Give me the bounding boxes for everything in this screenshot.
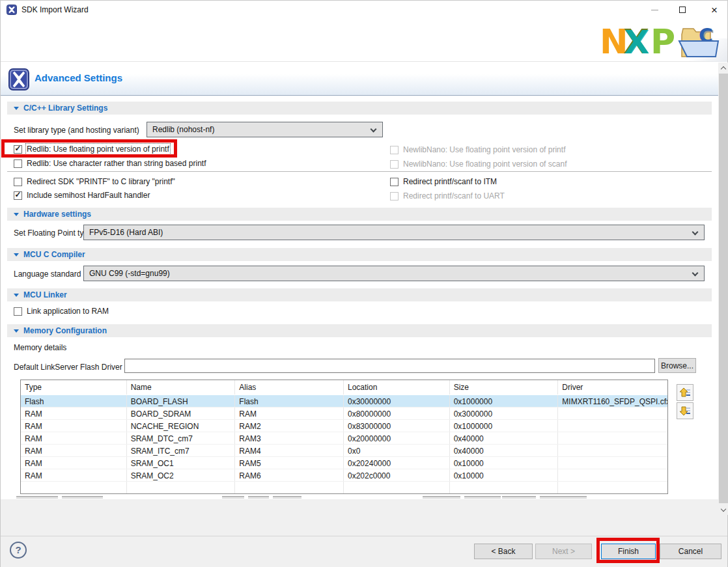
section-header-compiler[interactable]: MCU C Compiler: [7, 248, 712, 261]
mcuxpresso-wizard-icon: [8, 68, 29, 90]
clipped-button[interactable]: [273, 496, 301, 499]
collapse-triangle-icon: [14, 329, 19, 333]
table-row[interactable]: RAM SRAM_OC1 RAM5 0x20240000 0x10000: [21, 456, 667, 469]
checkbox-semihost-hardfault[interactable]: ✓ Include semihost HardFault handler: [14, 191, 150, 200]
c-project-folder-icon: C C: [678, 24, 721, 61]
checkbox-newlibnano-printf: NewlibNano: Use floating point version o…: [390, 145, 565, 154]
collapse-triangle-icon: [14, 213, 19, 216]
checkbox-indicator: [14, 178, 22, 186]
scroll-down-button[interactable]: [718, 505, 728, 515]
clipped-button[interactable]: [540, 496, 587, 499]
svg-text:X: X: [624, 23, 650, 59]
floating-point-select[interactable]: FPv5-D16 (Hard ABI): [83, 225, 705, 240]
chevron-down-icon: [721, 506, 726, 512]
memory-table: Type Name Alias Location Size Driver Fla…: [20, 380, 668, 494]
clipped-button[interactable]: [502, 496, 536, 499]
page-title: Advanced Settings: [35, 72, 122, 83]
checkbox-redlib-float[interactable]: ✓ Redlib: Use floating point version of …: [14, 145, 169, 154]
close-icon: ×: [711, 5, 718, 16]
column-header-type[interactable]: Type: [21, 380, 127, 394]
maximize-button[interactable]: [672, 1, 693, 19]
move-down-button[interactable]: [677, 402, 693, 419]
question-mark-icon: ?: [15, 544, 21, 555]
scroll-up-button[interactable]: [718, 62, 728, 73]
maximize-icon: [679, 7, 686, 13]
mcuxpresso-app-icon: [7, 5, 17, 15]
column-header-location[interactable]: Location: [344, 380, 450, 394]
floating-point-label: Set Floating Point type: [14, 228, 92, 238]
table-row[interactable]: RAM SRAM_ITC_cm7 RAM4 0x0 0x40000: [21, 444, 667, 456]
clipped-button[interactable]: [464, 496, 501, 499]
checkbox-redirect-sdk-printf[interactable]: Redirect SDK "PRINTF" to C library "prin…: [14, 177, 175, 186]
finish-button[interactable]: Finish: [601, 544, 656, 559]
table-row[interactable]: RAM SRAM_OC2 RAM6 0x202c0000 0x10000: [21, 469, 667, 481]
wizard-page-header: Advanced Settings: [1, 62, 727, 96]
column-header-size[interactable]: Size: [450, 380, 559, 394]
next-button[interactable]: Next >: [535, 544, 592, 559]
checkbox-newlibnano-scanf: NewlibNano: Use floating point version o…: [390, 159, 567, 169]
section-header-linker[interactable]: MCU Linker: [7, 288, 712, 301]
library-type-select[interactable]: Redlib (nohost-nf): [147, 122, 383, 137]
footer-divider: [1, 536, 727, 536]
language-standard-select[interactable]: GNU C99 (-std=gnu99): [83, 266, 705, 281]
memory-table-header: Type Name Alias Location Size Driver: [21, 380, 667, 394]
collapse-triangle-icon: [14, 107, 19, 110]
clipped-button[interactable]: [16, 496, 58, 499]
checkbox-indicator: ✓: [14, 145, 22, 154]
checkbox-redlib-char[interactable]: Redlib: Use character rather than string…: [14, 159, 206, 168]
section-header-hardware[interactable]: Hardware settings: [7, 208, 712, 221]
clipped-button[interactable]: [423, 496, 460, 499]
checkbox-indicator: [390, 178, 399, 186]
table-row[interactable]: RAM BOARD_SDRAM RAM 0x80000000 0x3000000: [21, 407, 667, 419]
chevron-down-icon: [692, 229, 699, 236]
branding-band: N X X P C C: [1, 19, 727, 62]
browse-button[interactable]: Browse...: [658, 358, 696, 373]
scrollbar-thumb[interactable]: [719, 74, 728, 503]
checkbox-link-to-ram[interactable]: Link application to RAM: [14, 307, 109, 316]
column-header-alias[interactable]: Alias: [235, 380, 344, 394]
settings-scroll-area: C/C++ Library Settings Set library type …: [1, 96, 718, 499]
chevron-up-icon: [721, 66, 726, 71]
collapse-triangle-icon: [14, 253, 19, 256]
chevron-down-icon: [692, 270, 699, 277]
cancel-button[interactable]: Cancel: [660, 544, 721, 559]
table-row[interactable]: Flash BOARD_FLASH Flash 0x30000000 0x100…: [21, 394, 667, 407]
section-header-library[interactable]: C/C++ Library Settings: [7, 102, 712, 115]
section-header-memory[interactable]: Memory Configuration: [7, 324, 712, 337]
checkbox-indicator: ✓: [14, 191, 22, 200]
arrow-up-icon: [679, 387, 691, 398]
library-type-label: Set library type (and hosting variant): [14, 126, 139, 135]
flash-driver-input[interactable]: [124, 359, 655, 373]
help-button[interactable]: ?: [10, 542, 27, 559]
checkbox-redirect-uart: Redirect printf/scanf to UART: [390, 191, 505, 201]
chevron-down-icon: [371, 126, 377, 133]
close-button[interactable]: ×: [704, 1, 725, 19]
clipped-button[interactable]: [62, 496, 103, 499]
back-button[interactable]: < Back: [474, 544, 533, 559]
checkbox-indicator: [390, 146, 399, 154]
table-empty-row: [21, 481, 667, 494]
memory-details-label: Memory details: [14, 343, 66, 352]
arrow-down-icon: [679, 405, 691, 417]
clipped-button[interactable]: [222, 496, 244, 499]
column-header-name[interactable]: Name: [127, 380, 236, 394]
clipped-button[interactable]: [248, 496, 269, 499]
checkbox-redirect-itm[interactable]: Redirect printf/scanf to ITM: [390, 177, 497, 186]
checkbox-indicator: [390, 192, 399, 201]
checkbox-indicator: [14, 307, 22, 316]
title-bar: SDK Import Wizard ×: [1, 1, 727, 19]
column-header-driver[interactable]: Driver: [558, 380, 667, 394]
library-separator: [7, 171, 712, 172]
checkbox-indicator: [390, 160, 399, 169]
svg-text:P: P: [651, 23, 675, 59]
vertical-scrollbar[interactable]: [718, 62, 728, 515]
move-up-button[interactable]: [677, 384, 693, 401]
minimize-icon: [651, 10, 658, 10]
sdk-import-wizard-window: SDK Import Wizard × N X X P C C Advanced…: [0, 0, 728, 567]
collapse-triangle-icon: [14, 294, 19, 297]
nxp-logo: N X X P: [601, 23, 678, 59]
flash-driver-label: Default LinkServer Flash Driver: [14, 363, 122, 372]
minimize-button[interactable]: [644, 1, 665, 19]
table-row[interactable]: RAM SRAM_DTC_cm7 RAM3 0x20000000 0x40000: [21, 432, 667, 444]
table-row[interactable]: RAM NCACHE_REGION RAM2 0x83000000 0x1000…: [21, 419, 667, 432]
